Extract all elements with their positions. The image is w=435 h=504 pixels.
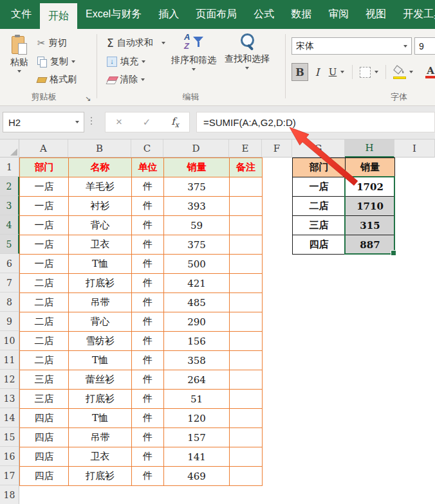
cell-qty[interactable]: 141 xyxy=(164,447,230,467)
cell-unit[interactable]: 件 xyxy=(132,197,164,216)
summary-header-cell[interactable]: 部门 xyxy=(293,158,346,177)
format-painter-button[interactable]: 格式刷 xyxy=(37,73,77,87)
cell-name[interactable]: T恤 xyxy=(69,409,132,428)
cell-note[interactable] xyxy=(230,409,263,428)
cell-dept[interactable]: 二店 xyxy=(20,293,69,312)
enter-check-icon[interactable]: ✓ xyxy=(143,116,151,128)
header-cell[interactable]: 名称 xyxy=(69,158,132,177)
insert-function-icon[interactable]: fx xyxy=(171,116,179,129)
cell-unit[interactable]: 件 xyxy=(132,274,164,293)
cell-dept[interactable]: 一店 xyxy=(20,255,69,274)
ribbon-tab[interactable]: 文件 xyxy=(3,0,40,29)
paste-button[interactable]: 粘贴 xyxy=(4,33,35,88)
cell-dept[interactable]: 四店 xyxy=(20,467,69,486)
borders-button[interactable] xyxy=(356,63,382,81)
summary-cell-qty[interactable]: 1702 xyxy=(346,177,395,197)
font-size-combo[interactable]: 9 xyxy=(414,37,435,55)
cell-unit[interactable]: 件 xyxy=(132,177,164,197)
cell-note[interactable] xyxy=(230,351,263,370)
cell-qty[interactable]: 500 xyxy=(164,255,230,274)
fill-handle[interactable] xyxy=(391,250,396,256)
cell-dept[interactable]: 一店 xyxy=(20,216,69,235)
cell-note[interactable] xyxy=(230,428,263,447)
cell-unit[interactable]: 件 xyxy=(132,467,164,486)
row-header[interactable]: 16 xyxy=(0,447,19,466)
cell-dept[interactable]: 二店 xyxy=(20,332,69,351)
row-header[interactable]: 3 xyxy=(0,196,19,215)
cell-note[interactable] xyxy=(230,467,263,486)
italic-button[interactable]: I xyxy=(311,63,324,81)
cell-unit[interactable]: 件 xyxy=(132,293,164,312)
cell-dept[interactable]: 二店 xyxy=(20,351,69,370)
header-cell[interactable]: 备注 xyxy=(230,158,263,177)
summary-cell-qty[interactable]: 315 xyxy=(346,216,395,235)
cell-note[interactable] xyxy=(230,370,263,390)
cell-qty[interactable]: 290 xyxy=(164,312,230,332)
fill-color-button[interactable] xyxy=(389,63,416,81)
row-header[interactable]: 13 xyxy=(0,389,19,408)
cell-note[interactable] xyxy=(230,390,263,409)
row-header[interactable]: 18 xyxy=(0,485,19,504)
autosum-button[interactable]: Σ 自动求和 xyxy=(107,36,165,50)
summary-cell-qty[interactable]: 887 xyxy=(346,235,395,255)
row-header[interactable]: 15 xyxy=(0,428,19,447)
cell-note[interactable] xyxy=(230,447,263,467)
cell-unit[interactable]: 件 xyxy=(132,351,164,370)
cell-name[interactable]: T恤 xyxy=(69,255,132,274)
cell-note[interactable] xyxy=(230,332,263,351)
cell-name[interactable]: 背心 xyxy=(69,216,132,235)
cell-dept[interactable]: 四店 xyxy=(20,428,69,447)
cell-note[interactable] xyxy=(230,293,263,312)
cell-qty[interactable]: 375 xyxy=(164,235,230,255)
cell-name[interactable]: 背心 xyxy=(69,312,132,332)
ribbon-tab[interactable]: 公式 xyxy=(245,0,282,29)
cell-note[interactable] xyxy=(230,312,263,332)
header-cell[interactable]: 部门 xyxy=(20,158,69,177)
cell-qty[interactable]: 157 xyxy=(164,428,230,447)
column-header[interactable]: F xyxy=(262,140,292,158)
summary-cell-dept[interactable]: 一店 xyxy=(293,177,346,197)
bold-button[interactable]: B xyxy=(292,63,308,81)
row-header[interactable]: 9 xyxy=(0,312,19,331)
clear-button[interactable]: 清除 xyxy=(107,73,145,87)
cell-dept[interactable]: 一店 xyxy=(20,235,69,255)
column-header[interactable]: G xyxy=(292,140,345,158)
cell-dept[interactable]: 四店 xyxy=(20,447,69,467)
cell-dept[interactable]: 一店 xyxy=(20,197,69,216)
column-header[interactable]: A xyxy=(19,140,68,158)
cell-dept[interactable]: 二店 xyxy=(20,274,69,293)
ribbon-tab[interactable]: 开始 xyxy=(40,3,77,29)
ribbon-tab[interactable]: 数据 xyxy=(282,0,320,29)
header-cell[interactable]: 销量 xyxy=(164,158,230,177)
cell-name[interactable]: 卫衣 xyxy=(69,447,132,467)
formula-input[interactable]: =SUMIF(A:A,G2,D:D) xyxy=(196,112,435,132)
ribbon-tab[interactable]: 页面布局 xyxy=(187,0,245,29)
row-header[interactable]: 17 xyxy=(0,466,19,485)
cell-note[interactable] xyxy=(230,274,263,293)
ribbon-tab[interactable]: 插入 xyxy=(150,0,187,29)
cell-name[interactable]: 卫衣 xyxy=(69,235,132,255)
cell-dept[interactable]: 三店 xyxy=(20,370,69,390)
column-header[interactable]: H xyxy=(345,140,394,158)
cell-name[interactable]: 衬衫 xyxy=(69,197,132,216)
cell-qty[interactable]: 485 xyxy=(164,293,230,312)
column-header[interactable]: B xyxy=(68,140,131,158)
cell-unit[interactable]: 件 xyxy=(132,390,164,409)
cell-dept[interactable]: 二店 xyxy=(20,312,69,332)
row-header[interactable]: 8 xyxy=(0,292,19,312)
column-header[interactable]: I xyxy=(394,140,435,158)
cell-qty[interactable]: 358 xyxy=(164,351,230,370)
row-header[interactable]: 4 xyxy=(0,215,19,235)
cell-name[interactable]: 吊带 xyxy=(69,293,132,312)
summary-cell-dept[interactable]: 三店 xyxy=(293,216,346,235)
row-header[interactable]: 6 xyxy=(0,254,19,273)
column-header[interactable]: E xyxy=(229,140,262,158)
row-header[interactable]: 1 xyxy=(0,158,19,177)
cell-unit[interactable]: 件 xyxy=(132,216,164,235)
cancel-icon[interactable]: × xyxy=(116,116,122,129)
cell-qty[interactable]: 375 xyxy=(164,177,230,197)
row-header[interactable]: 10 xyxy=(0,331,19,350)
formula-bar-grip-icon[interactable] xyxy=(91,117,92,125)
header-cell[interactable]: 单位 xyxy=(132,158,164,177)
cell-name[interactable]: 羊毛衫 xyxy=(69,177,132,197)
